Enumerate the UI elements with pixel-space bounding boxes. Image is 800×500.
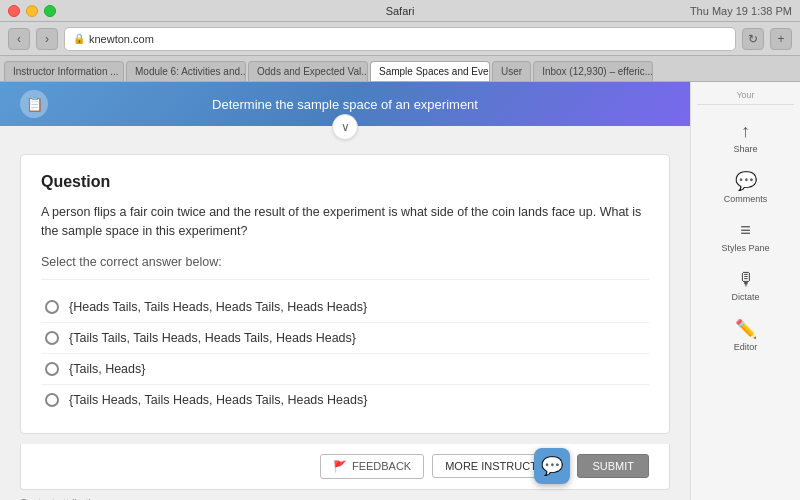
tab-odds[interactable]: Odds and Expected Val... [248,61,368,81]
radio-c[interactable] [45,362,59,376]
comments-label: Comments [724,194,768,204]
editor-label: Editor [734,342,758,352]
right-panel: Your ↑ Share 💬 Comments ≡ Styles Pane 🎙 … [690,82,800,500]
action-row: 🚩 FEEDBACK MORE INSTRUCTION SUBMIT [20,444,670,490]
add-tab-button[interactable]: + [770,28,792,50]
styles-pane-button[interactable]: ≡ Styles Pane [697,216,794,257]
browser-toolbar: ‹ › 🔒 knewton.com ↻ + [0,22,800,56]
styles-label: Styles Pane [721,243,769,253]
lock-icon: 🔒 [73,33,85,44]
dictate-label: Dictate [731,292,759,302]
share-label: Share [733,144,757,154]
banner: 📋 Determine the sample space of an exper… [0,82,690,126]
share-icon: ↑ [741,121,750,142]
title-bar: Safari Thu May 19 1:38 PM [0,0,800,22]
chevron-down-icon[interactable]: ∨ [332,114,358,140]
banner-text: Determine the sample space of an experim… [212,97,478,112]
tabs-bar: Instructor Information ... Module 6: Act… [0,56,800,82]
page-content: 📋 Determine the sample space of an exper… [0,82,690,500]
submit-button[interactable]: SUBMIT [577,454,649,478]
tab-sample-spaces[interactable]: Sample Spaces and Eve... [370,61,490,81]
traffic-lights [8,5,56,17]
url-text: knewton.com [89,33,154,45]
right-panel-title: Your [697,90,794,105]
back-button[interactable]: ‹ [8,28,30,50]
app-title: Safari [386,5,415,17]
feedback-button[interactable]: 🚩 FEEDBACK [320,454,424,479]
chat-button[interactable]: 💬 [534,448,570,484]
answer-prompt: Select the correct answer below: [41,255,649,280]
editor-icon: ✏️ [735,318,757,340]
minimize-button[interactable] [26,5,38,17]
share-button[interactable]: ↑ Share [697,117,794,158]
banner-icon: 📋 [20,90,48,118]
address-bar[interactable]: 🔒 knewton.com [64,27,736,51]
maximize-button[interactable] [44,5,56,17]
tab-user[interactable]: User [492,61,531,81]
question-title: Question [41,173,649,191]
feedback-label: FEEDBACK [352,460,411,472]
answer-option-a[interactable]: {Heads Tails, Tails Heads, Heads Tails, … [41,292,649,323]
option-text-a: {Heads Tails, Tails Heads, Heads Tails, … [69,300,367,314]
tab-module[interactable]: Module 6: Activities and... [126,61,246,81]
answer-option-c[interactable]: {Tails, Heads} [41,354,649,385]
comments-icon: 💬 [735,170,757,192]
dictate-icon: 🎙 [737,269,755,290]
system-time: Thu May 19 1:38 PM [690,5,792,17]
forward-button[interactable]: › [36,28,58,50]
styles-icon: ≡ [740,220,751,241]
dictate-button[interactable]: 🎙 Dictate [697,265,794,306]
feedback-icon: 🚩 [333,460,347,473]
content-area: 📋 Determine the sample space of an exper… [0,82,800,500]
radio-b[interactable] [45,331,59,345]
question-body: A person flips a fair coin twice and the… [41,203,649,241]
comments-button[interactable]: 💬 Comments [697,166,794,208]
radio-a[interactable] [45,300,59,314]
option-text-d: {Tails Heads, Tails Heads, Heads Tails, … [69,393,367,407]
answer-option-b[interactable]: {Tails Tails, Tails Heads, Heads Tails, … [41,323,649,354]
editor-button[interactable]: ✏️ Editor [697,314,794,356]
answer-option-d[interactable]: {Tails Heads, Tails Heads, Heads Tails, … [41,385,649,415]
option-text-b: {Tails Tails, Tails Heads, Heads Tails, … [69,331,356,345]
tab-inbox[interactable]: Inbox (12,930) – efferic... [533,61,653,81]
tab-instructor[interactable]: Instructor Information ... [4,61,124,81]
question-card: Question A person flips a fair coin twic… [20,154,670,434]
option-text-c: {Tails, Heads} [69,362,145,376]
radio-d[interactable] [45,393,59,407]
reload-button[interactable]: ↻ [742,28,764,50]
close-button[interactable] [8,5,20,17]
